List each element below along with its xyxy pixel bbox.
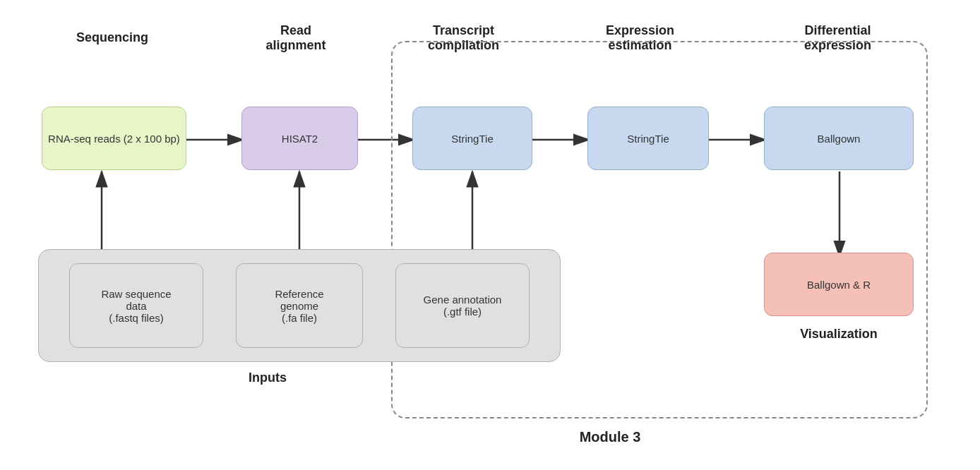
raw-sequence-box: Raw sequence data (.fastq files) xyxy=(69,263,203,348)
inputs-container: Raw sequence data (.fastq files) Referen… xyxy=(38,249,561,362)
stringtie-estimate-box: StringTie xyxy=(587,107,709,170)
ballgown-r-box: Ballgown & R xyxy=(764,253,914,316)
gene-annotation-box: Gene annotation (.gtf file) xyxy=(395,263,530,348)
transcript-compilation-label: Transcript compilation xyxy=(395,23,532,53)
module3-label: Module 3 xyxy=(539,429,681,445)
diagram-container: Sequencing Read alignment Transcript com… xyxy=(0,0,980,470)
main-layout: Sequencing Read alignment Transcript com… xyxy=(24,16,956,454)
stringtie-compile-box: StringTie xyxy=(412,107,532,170)
rna-seq-box: RNA-seq reads (2 x 100 bp) xyxy=(42,107,186,170)
ballgown-box: Ballgown xyxy=(764,107,914,170)
visualization-label: Visualization xyxy=(764,327,914,342)
read-alignment-label: Read alignment xyxy=(229,23,363,53)
inputs-label: Inputs xyxy=(201,370,335,385)
differential-expression-label: Differential expression xyxy=(769,23,907,53)
sequencing-label: Sequencing xyxy=(45,30,179,45)
expression-estimation-label: Expression estimation xyxy=(571,23,709,53)
hisat2-box: HISAT2 xyxy=(241,107,358,170)
reference-genome-box: Reference genome (.fa file) xyxy=(236,263,363,348)
